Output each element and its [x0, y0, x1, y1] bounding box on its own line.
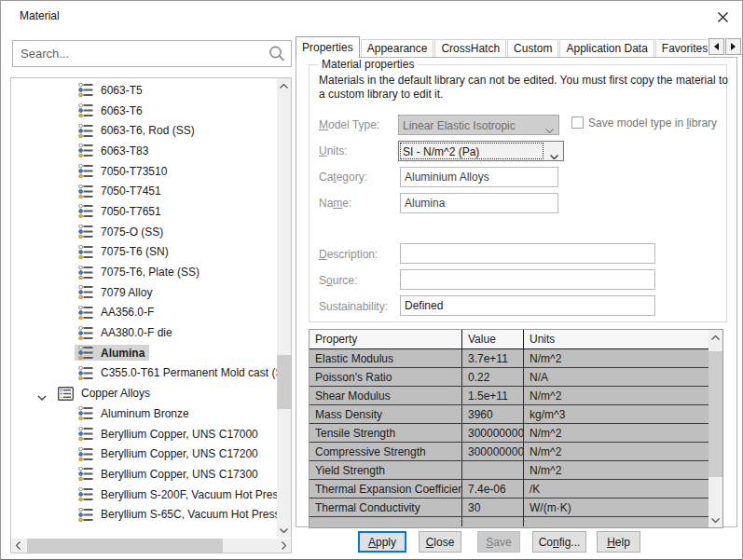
source-field[interactable] — [400, 269, 655, 290]
tree-material-row[interactable]: 6063-T83 — [11, 141, 277, 161]
tree-material-row[interactable]: Beryllium Copper, UNS C17200 — [11, 444, 277, 464]
table-cell-units: kg/m^3 — [524, 405, 709, 423]
table-row[interactable]: Thermal Conductivity30W/(m·K) — [310, 499, 709, 517]
material-icon — [78, 406, 93, 420]
tab-application-data[interactable]: Application Data — [559, 39, 654, 58]
scroll-up-icon[interactable] — [709, 330, 722, 345]
tree-material-row[interactable]: 7050-T73510 — [11, 161, 277, 182]
table-row[interactable]: Mass Density3960kg/m^3 — [310, 405, 709, 424]
search-icon — [268, 45, 286, 66]
scroll-up-icon[interactable] — [277, 78, 291, 93]
table-cell-property: Yield Strength — [310, 461, 462, 479]
tab-favorites[interactable]: Favorites — [655, 39, 708, 58]
tree-item-label: 6063-T83 — [101, 144, 148, 157]
chevron-expanded-icon[interactable] — [37, 390, 47, 403]
tree-item-label: Beryllium Copper, UNS C17200 — [101, 447, 258, 460]
tree-item-label: Beryllium S-200F, Vacuum Hot Pressed — [101, 488, 277, 501]
tree-material-row[interactable]: 6063-T5 — [11, 80, 277, 101]
table-row[interactable]: Poisson's Ratio0.22N/A — [310, 368, 709, 387]
tree-material-row[interactable]: AA380.0-F die — [11, 322, 277, 343]
material-icon — [78, 326, 93, 340]
tab-scroll-left-icon[interactable] — [709, 38, 724, 55]
tree-item-label: 6063-T6 — [101, 104, 143, 117]
tree-item-label: Aluminum Bronze — [101, 407, 189, 420]
tree-material-row[interactable]: 6063-T6 — [11, 101, 277, 121]
tree-material-row[interactable]: Beryllium Copper, UNS C17300 — [11, 464, 277, 485]
units-dropdown[interactable]: SI - N/m^2 (Pa) — [398, 141, 564, 161]
tree-material-row[interactable]: AA356.0-F — [11, 303, 277, 323]
table-row[interactable]: Shear Modulus1.5e+11N/m^2 — [310, 387, 709, 405]
tree-item-label: Beryllium Copper, UNS C17300 — [101, 468, 258, 481]
tree-material-row[interactable]: 7079 Alloy — [11, 282, 277, 303]
scroll-down-icon[interactable] — [277, 523, 291, 538]
close-button[interactable] — [712, 7, 733, 26]
description-field[interactable] — [400, 243, 655, 264]
help-button[interactable]: Help — [597, 531, 640, 553]
model-type-label: Model Type: — [319, 118, 379, 131]
material-icon — [78, 366, 93, 380]
tree-material-row[interactable]: 7075-O (SS) — [11, 222, 277, 242]
search-input[interactable] — [21, 42, 261, 65]
name-label: Name: — [319, 197, 351, 210]
tree-horizontal-scrollbar[interactable] — [11, 539, 291, 553]
save-model-type-checkbox — [571, 116, 584, 129]
table-cell-units: N/m^2 — [524, 349, 709, 367]
table-row[interactable]: Tensile Strength300000000N/m^2 — [310, 424, 709, 443]
tree-vertical-scrollbar[interactable] — [277, 78, 291, 538]
tree-material-row[interactable]: C355.0-T61 Permanent Mold cast (SS) — [11, 363, 277, 384]
table-cell-value: 0.22 — [462, 368, 524, 386]
tree-item-label: 7075-T6 (SN) — [101, 245, 169, 258]
column-header[interactable]: Value — [462, 330, 524, 348]
material-icon — [78, 447, 93, 461]
column-header[interactable]: Units — [524, 330, 709, 348]
tab-scroll-right-icon[interactable] — [725, 38, 741, 55]
table-row[interactable]: Elastic Modulus3.7e+11N/m^2 — [310, 349, 709, 368]
material-tree-list: 6063-T5 6063-T6 6063-T6, Rod (SS) 6063-T… — [10, 77, 292, 553]
tree-material-row[interactable]: Beryllium S-200F, Vacuum Hot Pressed — [11, 485, 277, 505]
column-header[interactable]: Property — [310, 330, 462, 348]
units-label: Units: — [319, 144, 348, 157]
table-row[interactable]: Thermal Expansion Coefficient7.4e-06/K — [310, 480, 709, 499]
tree-item-label: Beryllium S-65C, Vacuum Hot Pressed — [101, 508, 277, 521]
material-icon — [78, 306, 93, 320]
scrollbar-thumb[interactable] — [27, 539, 223, 553]
close-button[interactable]: Close — [419, 531, 461, 553]
table-vertical-scrollbar[interactable] — [709, 330, 722, 527]
scrollbar-thumb[interactable] — [709, 351, 722, 477]
tree-material-row[interactable]: Beryllium Copper, UNS C17000 — [11, 424, 277, 444]
tree-material-row[interactable]: 7075-T6, Plate (SS) — [11, 262, 277, 282]
table-header-row: PropertyValueUnits — [310, 330, 709, 349]
apply-button[interactable]: Apply — [358, 531, 406, 553]
tree-material-row[interactable]: Aluminum Bronze — [11, 403, 277, 424]
tree-material-row[interactable]: Beryllium S-65C, Vacuum Hot Pressed — [11, 504, 277, 525]
table-cell-units: /K — [524, 480, 709, 498]
config-button[interactable]: Config... — [532, 531, 586, 553]
tree-material-row[interactable]: 6063-T6, Rod (SS) — [11, 120, 277, 141]
tab-crosshatch[interactable]: CrossHatch — [434, 39, 506, 58]
dialog-title: Material — [20, 9, 60, 22]
table-cell-property: Compressive Strength — [310, 443, 462, 460]
category-field[interactable] — [400, 167, 558, 187]
name-field[interactable] — [400, 193, 558, 213]
tab-properties[interactable]: Properties — [296, 36, 360, 58]
tree-material-row[interactable]: Alumina — [11, 343, 277, 363]
scrollbar-thumb[interactable] — [277, 355, 291, 409]
table-cell-value: 3.7e+11 — [462, 349, 524, 367]
sustainability-field[interactable] — [400, 295, 655, 316]
table-row[interactable]: Compressive Strength3000000000N/m^2 — [310, 443, 709, 461]
material-icon — [78, 427, 93, 441]
scroll-down-icon[interactable] — [709, 512, 722, 527]
table-cell-value: 300000000 — [462, 424, 524, 442]
tree-category-row[interactable]: Copper Alloys — [11, 383, 277, 403]
table-row[interactable]: Yield StrengthN/m^2 — [310, 461, 709, 480]
tree-item-label: AA380.0-F die — [101, 326, 172, 339]
tab-appearance[interactable]: Appearance — [361, 39, 434, 58]
tab-custom[interactable]: Custom — [507, 39, 558, 58]
tree-material-row[interactable]: 7050-T7651 — [11, 201, 277, 222]
material-icon — [78, 508, 93, 522]
tree-material-row[interactable]: 7050-T7451 — [11, 181, 277, 201]
tree-item-label: AA356.0-F — [101, 306, 154, 319]
tree-material-row[interactable]: 7075-T6 (SN) — [11, 242, 277, 263]
scroll-left-icon[interactable] — [11, 539, 25, 553]
scroll-right-icon[interactable] — [277, 539, 291, 553]
